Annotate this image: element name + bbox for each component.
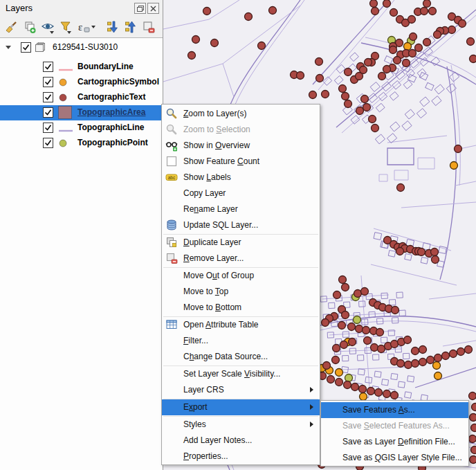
menu-item-save-as-layer-definition-file[interactable]: Save as Layer Definition File... [321,434,468,450]
map-point-red [297,72,304,80]
menu-item-save-as-qgis-layer-style-file[interactable]: Save as QGIS Layer Style File... [321,450,468,466]
menu-item-label: Remove Layer... [183,253,244,263]
map-point-red [348,323,356,331]
menu-item-add-layer-notes[interactable]: Add Layer Notes... [162,433,320,449]
layers-toolbar: ε [3,18,158,36]
menu-item-save-features-as[interactable]: Save Features As... [321,402,468,418]
menu-item-export[interactable]: Export [162,399,320,415]
layer-label[interactable]: TopographicArea [77,107,145,117]
layer-checkbox[interactable] [43,107,53,118]
menu-item-zoom-to-layer-s[interactable]: Zoom to Layer(s) [162,106,320,122]
menu-item-remove-layer[interactable]: Remove Layer... [162,251,320,266]
menu-item-set-layer-scale-visibility[interactable]: Set Layer Scale Visibility... [162,366,320,382]
menu-item-show-in-overview[interactable]: Show in Overview [162,138,320,154]
map-point-red [471,446,476,454]
layer-row-CartographicText[interactable]: CartographicText [0,90,163,105]
attribute-table-icon [165,318,178,331]
menu-item-move-to-top[interactable]: Move to Top [162,284,320,300]
menu-item-label: Move Out of Group [183,271,254,280]
map-point-red [345,69,352,76]
menu-item-label: Rename Layer [183,204,238,214]
map-point-red [397,360,405,368]
layer-checkbox[interactable] [43,123,53,133]
map-point-red [470,456,476,464]
map-point-red [333,345,340,352]
menu-item-duplicate-layer[interactable]: Duplicate Layer [162,235,320,251]
map-point-red [421,8,428,15]
remove-layer-icon [165,252,178,264]
group-label[interactable]: 6129541-SU3010 [53,42,118,52]
layer-checkbox[interactable] [43,92,53,102]
layer-row-CartographicSymbol[interactable]: CartographicSymbol [0,75,163,90]
menu-item-layer-crs[interactable]: Layer CRS [162,382,320,398]
menu-item-properties[interactable]: Properties... [162,449,320,464]
layer-checkbox[interactable] [43,77,53,87]
filter-legend-icon[interactable] [57,19,75,35]
zoom-to-layer-icon [165,107,178,120]
show-labels-icon: abc [165,171,178,183]
close-panel-icon[interactable] [147,3,159,14]
map-point-red [383,390,391,398]
map-point-red [369,116,376,123]
layer-row-BoundaryLine[interactable]: BoundaryLine [0,60,163,75]
collapse-all-icon[interactable] [122,19,140,35]
map-point-red [344,381,351,389]
layer-checkbox[interactable] [43,62,53,72]
manage-map-themes-icon[interactable] [39,19,57,35]
menu-item-filter[interactable]: Filter... [162,333,320,349]
map-point-red [192,36,200,44]
layer-row-TopographicPoint[interactable]: TopographicPoint [0,136,163,151]
menu-item-move-out-of-group[interactable]: Move Out of Group [162,268,320,284]
open-layer-styling-icon[interactable] [3,19,21,35]
menu-item-label: Move to Top [183,287,228,296]
menu-item-change-data-source[interactable]: Change Data Source... [162,349,320,365]
map-point-red [423,0,431,8]
map-point-red [419,359,427,366]
map-point-red [323,362,331,370]
filter-by-expression-icon[interactable]: ε [75,19,98,35]
menu-item-label: Save Selected Features As... [342,421,450,431]
map-point-red [390,46,397,54]
layer-label[interactable]: CartographicText [77,92,145,102]
map-point-red [342,311,349,319]
map-point-red [408,16,416,24]
group-expander-icon[interactable] [6,46,11,49]
map-point-red [465,346,473,354]
layer-checkbox[interactable] [43,138,53,148]
submenu-arrow-icon [310,387,313,392]
group-icon [35,42,47,56]
map-point-red [356,325,363,333]
map-point-red [365,59,372,66]
map-point-red [370,0,378,8]
menu-item-open-attribute-table[interactable]: Open Attribute Table [162,317,320,333]
map-point-red [339,85,347,93]
menu-item-label: Save as Layer Definition File... [342,437,455,446]
export-submenu: Save Features As...Save Selected Feature… [320,400,469,467]
map-point-orange [450,162,458,170]
remove-layer-group-icon[interactable] [140,19,158,35]
group-checkbox[interactable] [21,42,31,53]
menu-item-update-sql-layer[interactable]: Update SQL Layer... [162,217,320,233]
menu-item-label: Show Labels [183,172,231,182]
layer-label[interactable]: CartographicSymbol [77,77,159,87]
layer-row-TopographicLine[interactable]: TopographicLine [0,120,163,136]
layer-label[interactable]: BoundaryLine [77,62,134,71]
layer-group-row[interactable]: 6129541-SU3010 [0,40,163,55]
menu-item-show-labels[interactable]: abcShow Labels [162,170,320,186]
menu-item-rename-layer[interactable]: Rename Layer [162,201,320,217]
layer-label[interactable]: TopographicLine [77,123,144,132]
menu-item-label: Update SQL Layer... [183,220,258,230]
add-group-icon[interactable] [21,19,39,35]
layer-row-TopographicArea[interactable]: TopographicArea [0,105,163,120]
menu-item-move-to-bottom[interactable]: Move to Bottom [162,300,320,316]
float-panel-icon[interactable] [134,3,146,14]
layer-label[interactable]: TopographicPoint [77,138,148,147]
map-point-red [245,13,253,21]
menu-item-show-feature-count[interactable]: Show Feature Count [162,154,320,170]
menu-item-copy-layer[interactable]: Copy Layer [162,186,320,201]
menu-item-styles[interactable]: Styles [162,417,320,433]
menu-item-label: Copy Layer [183,188,226,198]
expand-all-icon[interactable] [104,19,122,35]
map-point-red [375,389,383,397]
map-point-red [419,346,427,354]
